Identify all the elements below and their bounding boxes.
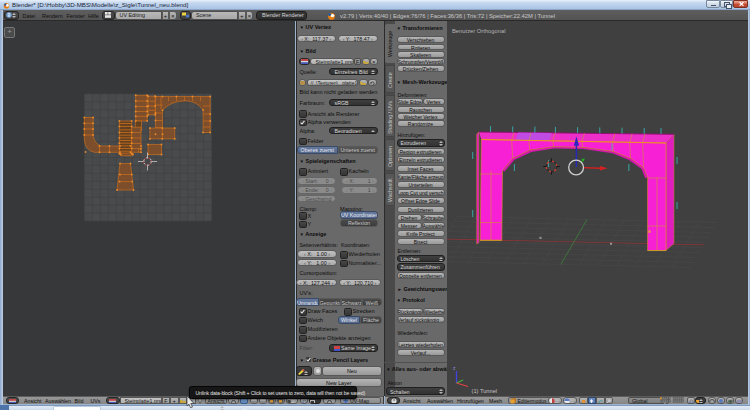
svg-text:z: z (453, 365, 456, 371)
